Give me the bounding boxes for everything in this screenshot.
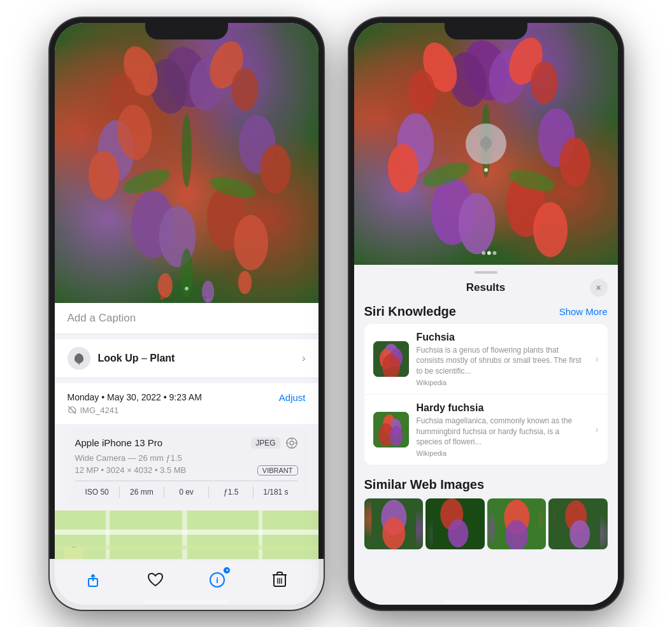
exif-row: ISO 50 26 mm 0 ev ƒ1.5 1/181 s <box>75 481 298 498</box>
sheet-title: Results <box>466 281 505 294</box>
hardy-fuchsia-item[interactable]: Hardy fuchsia Fuchsia magellanica, commo… <box>364 395 608 465</box>
photo-date: Monday • May 30, 2022 • 9:23 AM <box>68 392 202 402</box>
similar-image-3[interactable] <box>487 498 547 549</box>
svg-rect-41 <box>259 511 262 561</box>
format-badge: JPEG <box>251 437 280 449</box>
svg-point-61 <box>408 70 434 113</box>
right-phone-notch <box>445 18 527 39</box>
map-svg <box>55 511 318 561</box>
similar-image-1[interactable] <box>364 498 424 549</box>
photo-area[interactable] <box>55 23 318 303</box>
svg-text:i: i <box>216 575 218 585</box>
left-phone: Add a Caption Look Up – Plant › <box>50 18 324 610</box>
similar-image-4[interactable] <box>548 498 608 549</box>
show-more-button[interactable]: Show More <box>559 306 608 317</box>
meta-section: Monday • May 30, 2022 • 9:23 AM Adjust I… <box>55 383 318 424</box>
exif-ev: 0 ev <box>164 486 209 498</box>
resolution-text: 12 MP • 3024 × 4032 • 3.5 MB <box>75 465 187 475</box>
right-screen-content: Results × Siri Knowledge Show More <box>354 23 618 605</box>
svg-point-95 <box>505 520 528 549</box>
svg-rect-39 <box>106 511 110 561</box>
trash-icon <box>273 572 287 588</box>
hardy-chevron-icon: › <box>595 424 598 435</box>
svg-point-59 <box>531 61 557 104</box>
sheet-header: Results × <box>354 274 618 304</box>
svg-rect-27 <box>55 28 318 298</box>
fuchsia-chevron-icon: › <box>595 353 598 365</box>
lookup-row[interactable]: Look Up – Plant › <box>55 339 318 378</box>
similar-title: Similar Web Images <box>364 477 608 492</box>
lookup-label: Look Up – Plant <box>98 353 175 364</box>
svg-point-28 <box>185 286 189 290</box>
filename-row: IMG_4241 <box>68 405 306 415</box>
svg-point-32 <box>290 441 294 445</box>
hardy-fuchsia-info: Hardy fuchsia Fuchsia magellanica, commo… <box>417 402 588 457</box>
fuchsia-info: Fuchsia Fuchsia is a genus of flowering … <box>417 332 588 386</box>
home-indicator <box>145 600 228 603</box>
svg-point-75 <box>492 251 496 255</box>
svg-point-67 <box>458 193 495 254</box>
badge-row: JPEG <box>251 437 297 449</box>
device-row: Apple iPhone 13 Pro JPEG <box>75 437 298 449</box>
siri-knowledge-title: Siri Knowledge <box>364 304 456 319</box>
share-icon <box>85 572 101 588</box>
camera-spec: Wide Camera — 26 mm ƒ1.5 <box>75 453 298 463</box>
left-screen-content: Add a Caption Look Up – Plant › <box>55 23 318 605</box>
location-icon <box>285 437 298 449</box>
fuchsia-name: Fuchsia <box>417 332 588 343</box>
svg-point-86 <box>390 426 403 446</box>
hardy-source: Wikipedia <box>417 449 588 457</box>
sheet-close-button[interactable]: × <box>590 279 608 297</box>
hardy-thumb-img <box>373 412 409 447</box>
knowledge-card: Fuchsia Fuchsia is a genus of flowering … <box>364 324 608 465</box>
exif-aperture: ƒ1.5 <box>209 486 254 498</box>
right-phone: Results × Siri Knowledge Show More <box>349 18 623 610</box>
device-section: Apple iPhone 13 Pro JPEG <box>65 429 308 505</box>
phone-notch <box>145 18 228 39</box>
right-phone-screen: Results × Siri Knowledge Show More <box>354 23 618 605</box>
svg-point-73 <box>482 251 485 255</box>
svg-point-74 <box>487 251 490 255</box>
siri-knowledge-header: Siri Knowledge Show More <box>354 304 618 324</box>
info-button[interactable]: i ✦ <box>203 566 231 594</box>
results-sheet: Results × Siri Knowledge Show More <box>354 265 618 605</box>
heart-icon <box>147 572 164 588</box>
bottom-toolbar: i ✦ <box>55 559 318 605</box>
svg-point-69 <box>533 202 568 257</box>
hardy-name: Hardy fuchsia <box>417 402 588 414</box>
sim1-img <box>364 498 424 549</box>
favorite-button[interactable] <box>141 566 169 594</box>
fuchsia-thumbnail <box>373 341 409 377</box>
fuchsia-item[interactable]: Fuchsia Fuchsia is a genus of flowering … <box>364 324 608 395</box>
similar-image-2[interactable] <box>425 498 485 549</box>
leaf-icon <box>73 352 85 365</box>
chevron-right-icon: › <box>302 353 305 364</box>
visual-lookup-button[interactable] <box>466 123 506 164</box>
svg-point-98 <box>569 520 590 548</box>
svg-point-92 <box>448 519 468 547</box>
fuchsia-thumb-img <box>373 341 409 377</box>
cloud-off-icon <box>68 405 76 414</box>
map-preview[interactable] <box>55 511 318 561</box>
delete-button[interactable] <box>266 566 294 594</box>
svg-point-89 <box>382 518 405 549</box>
info-icon-sparkle: i <box>209 572 225 588</box>
date-row: Monday • May 30, 2022 • 9:23 AM Adjust <box>68 392 306 403</box>
sim3-img <box>487 498 547 549</box>
caption-area[interactable]: Add a Caption <box>55 303 318 334</box>
fuchsia-description: Fuchsia is a genus of flowering plants t… <box>417 345 588 377</box>
lookup-icon <box>68 347 90 370</box>
right-photo-area[interactable] <box>354 23 618 265</box>
svg-rect-44 <box>64 547 83 560</box>
svg-point-63 <box>387 144 418 193</box>
similar-grid <box>364 498 608 549</box>
svg-rect-42 <box>55 546 318 549</box>
share-button[interactable] <box>79 566 107 594</box>
exif-focal: 26 mm <box>120 486 164 498</box>
adjust-button[interactable]: Adjust <box>279 392 306 403</box>
hardy-thumbnail <box>373 412 409 447</box>
fuchsia-source: Wikipedia <box>417 379 588 386</box>
svg-rect-40 <box>182 511 187 561</box>
vibrant-badge: VIBRANT <box>257 465 298 476</box>
filename: IMG_4241 <box>80 405 119 415</box>
